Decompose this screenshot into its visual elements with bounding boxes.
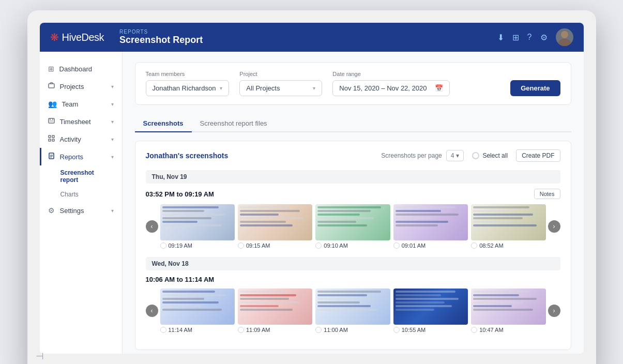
main-layout: ⊞ Dashboard Projects ▾ 👥 Team (40, 52, 584, 354)
logo-area: ❋ HiveDesk (50, 31, 104, 43)
screenshot-item: 11:14 AM (160, 289, 235, 333)
screenshot-carousel-2: ‹ (146, 289, 560, 333)
sidebar-item-label: Projects (60, 83, 84, 90)
download-icon[interactable]: ⬇ (497, 33, 504, 42)
time-checkbox[interactable] (471, 242, 477, 249)
date-range-filter: Date range Nov 15, 2020 – Nov 22, 2020 📅 (332, 71, 450, 96)
screenshot-thumb[interactable] (315, 289, 390, 325)
select-all-checkbox[interactable] (472, 152, 479, 159)
sidebar-item-label: Timesheet (60, 118, 91, 126)
screenshot-thumb[interactable] (238, 204, 312, 240)
screenshot-thumb[interactable] (315, 204, 390, 240)
select-all-area[interactable]: Select all (472, 152, 508, 159)
date-header-thu-nov19: Thu, Nov 19 (146, 170, 560, 184)
carousel-prev-1[interactable]: ‹ (146, 220, 158, 233)
timesheet-icon (48, 117, 55, 126)
carousel-next-1[interactable]: › (548, 220, 560, 233)
chevron-down-icon: ▾ (111, 208, 114, 214)
chevron-down-icon: ▾ (111, 154, 114, 160)
screenshot-item: 09:01 AM (393, 204, 468, 249)
sidebar-item-dashboard[interactable]: ⊞ Dashboard (40, 60, 122, 78)
avatar[interactable] (556, 28, 573, 46)
screenshot-thumb[interactable] (471, 204, 545, 240)
screenshot-item: 10:55 AM (393, 289, 468, 333)
team-members-label: Team members (146, 71, 230, 77)
screenshot-thumb[interactable] (160, 204, 235, 240)
svg-point-0 (561, 31, 568, 38)
date-range-select[interactable]: Nov 15, 2020 – Nov 22, 2020 📅 (332, 80, 450, 96)
time-label: 08:52 AM (479, 242, 503, 249)
sidebar-collapse-button[interactable]: ⊣ (40, 346, 110, 354)
time-checkbox[interactable] (393, 242, 400, 249)
sidebar-sub-charts[interactable]: Charts (40, 187, 122, 202)
time-checkbox[interactable] (471, 327, 477, 333)
sidebar-item-label: Team (62, 100, 79, 108)
laptop-screen: ❋ HiveDesk REPORTS Screenshot Report ⬇ ⊞… (40, 23, 584, 354)
screenshot-time: 10:55 AM (393, 327, 468, 333)
time-checkbox[interactable] (393, 327, 400, 333)
screenshot-thumb[interactable] (393, 204, 468, 240)
team-members-select[interactable]: Jonathan Richardson ▾ (146, 80, 230, 96)
svg-rect-9 (49, 139, 51, 141)
time-label: 09:19 AM (169, 242, 192, 249)
time-checkbox[interactable] (238, 242, 244, 249)
screenshot-thumb[interactable] (160, 289, 235, 325)
hivedesk-logo-icon: ❋ (50, 31, 59, 43)
carousel-prev-2[interactable]: ‹ (146, 305, 158, 317)
screenshot-time: 08:52 AM (471, 242, 545, 249)
tab-screenshots[interactable]: Screenshots (135, 115, 192, 132)
screenshots-grid-1: 09:19 AM (160, 204, 546, 249)
sidebar-item-projects[interactable]: Projects ▾ (40, 78, 122, 95)
time-checkbox[interactable] (160, 242, 166, 249)
date-range-value: Nov 15, 2020 – Nov 22, 2020 (339, 84, 427, 92)
section-title: Jonathan's screenshots (146, 151, 382, 160)
tab-screenshot-report-files[interactable]: Screenshot report files (192, 115, 276, 132)
settings-icon: ⚙ (48, 206, 55, 215)
time-label: 09:10 AM (324, 242, 347, 249)
sidebar: ⊞ Dashboard Projects ▾ 👥 Team (40, 52, 123, 354)
carousel-next-2[interactable]: › (548, 305, 560, 317)
grid-icon[interactable]: ⊞ (512, 33, 519, 42)
generate-button[interactable]: Generate (510, 80, 560, 96)
settings-icon[interactable]: ⚙ (540, 33, 548, 42)
screenshot-carousel-1: ‹ (146, 204, 560, 249)
date-range-label: Date range (332, 71, 450, 77)
create-pdf-button[interactable]: Create PDF (516, 149, 560, 162)
screenshot-time: 09:01 AM (393, 242, 468, 249)
screenshot-thumb[interactable] (471, 289, 545, 325)
project-select[interactable]: All Projects ▾ (239, 80, 322, 96)
screenshot-time: 09:19 AM (160, 242, 235, 249)
notes-button-1[interactable]: Notes (534, 189, 560, 199)
help-icon[interactable]: ? (527, 33, 532, 42)
sidebar-item-reports[interactable]: Reports ▾ (40, 148, 122, 165)
per-page-control: Screenshots per page 4 ▾ (381, 150, 464, 161)
sidebar-item-timesheet[interactable]: Timesheet ▾ (40, 113, 122, 130)
sidebar-item-activity[interactable]: Activity ▾ (40, 130, 122, 148)
time-checkbox[interactable] (315, 327, 322, 333)
content-area: Team members Jonathan Richardson ▾ Proje… (123, 52, 584, 354)
time-checkbox[interactable] (315, 242, 322, 249)
sidebar-item-team[interactable]: 👥 Team ▾ (40, 95, 122, 113)
time-label: 10:55 AM (402, 327, 426, 333)
screenshot-thumb[interactable] (393, 289, 468, 325)
time-checkbox[interactable] (238, 327, 244, 333)
chevron-down-icon: ▾ (111, 136, 114, 142)
team-members-value: Jonathan Richardson (153, 84, 216, 92)
sidebar-item-settings[interactable]: ⚙ Settings ▾ (40, 202, 122, 219)
screenshot-item: 09:15 AM (238, 204, 312, 249)
chevron-down-icon: ▾ (111, 119, 114, 125)
sidebar-item-label: Settings (60, 207, 84, 215)
screenshot-time: 11:14 AM (160, 327, 235, 333)
time-label: 09:15 AM (246, 242, 270, 249)
screenshot-thumb[interactable] (238, 289, 312, 325)
breadcrumb: REPORTS (119, 29, 497, 35)
filters-row: Team members Jonathan Richardson ▾ Proje… (135, 62, 571, 105)
per-page-select[interactable]: 4 ▾ (446, 150, 464, 161)
time-checkbox[interactable] (160, 327, 166, 333)
svg-rect-7 (49, 135, 51, 138)
time-range-1: 03:52 PM to 09:19 AM (146, 190, 214, 198)
per-page-chevron: ▾ (456, 152, 459, 159)
sidebar-sub-screenshot-report[interactable]: Screenshot report (40, 165, 122, 187)
app-name: HiveDesk (62, 32, 104, 43)
svg-point-1 (558, 39, 571, 46)
